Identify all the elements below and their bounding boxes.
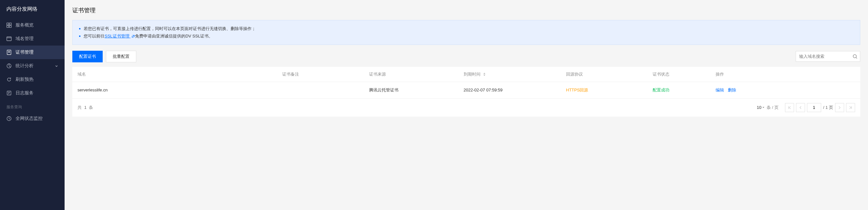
search-icon[interactable] (852, 54, 858, 59)
sidebar-item-label: 统计分析 (16, 63, 34, 69)
cert-table: 域名 证书备注 证书来源 到期时间 回源协议 证书状态 操作 (72, 67, 860, 117)
dashboard-icon (6, 23, 11, 28)
th-action: 操作 (710, 67, 860, 82)
main-content: 证书管理 若您已有证书，可直接上传进行配置，同时可以在本页面对证书进行无缝切换、… (65, 0, 868, 210)
bullet-icon (79, 28, 81, 29)
sidebar-item-domain[interactable]: 域名管理 (0, 32, 65, 46)
monitor-icon (6, 116, 11, 121)
cell-expire: 2022-02-07 07:59:59 (459, 82, 561, 98)
edit-link[interactable]: 编辑 (716, 88, 724, 92)
svg-rect-1 (9, 23, 11, 25)
sidebar-item-monitor[interactable]: 全网状态监控 (0, 112, 65, 125)
pagination-controls: 10 条 / 页 / 1 页 (757, 103, 855, 112)
configure-cert-button[interactable]: 配置证书 (72, 51, 103, 62)
log-icon (6, 90, 11, 96)
pagination: 共 1 条 10 条 / 页 (72, 98, 860, 117)
ssl-manage-link[interactable]: SSL证书管理 (104, 32, 135, 40)
sidebar-item-label: 刷新预热 (16, 77, 34, 82)
cell-remark (277, 82, 364, 98)
certificate-icon (6, 50, 11, 55)
sidebar-item-overview[interactable]: 服务概览 (0, 19, 65, 32)
sidebar-item-refresh[interactable]: 刷新预热 (0, 73, 65, 86)
sidebar-item-analytics[interactable]: 统计分析 (0, 59, 65, 73)
sidebar-title: 内容分发网络 (0, 0, 65, 19)
sidebar-item-label: 全网状态监控 (16, 116, 42, 121)
bullet-icon (79, 35, 81, 37)
sidebar-item-label: 证书管理 (16, 50, 34, 55)
info-text: 若您已有证书，可直接上传进行配置，同时可以在本页面对证书进行无缝切换、删除等操作… (84, 25, 256, 32)
external-link-icon (131, 35, 135, 38)
chevron-down-icon (55, 64, 58, 67)
pagination-total: 共 1 条 (78, 105, 93, 111)
table-header-row: 域名 证书备注 证书来源 到期时间 回源协议 证书状态 操作 (72, 67, 860, 82)
info-text-prefix: 您可以前往 (84, 32, 104, 40)
svg-rect-4 (7, 37, 11, 41)
info-line-2: 您可以前往 SSL证书管理 免费申请由亚洲诚信提供的DV SSL证书。 (79, 32, 854, 40)
chevron-down-icon (762, 106, 765, 109)
sidebar-item-label: 域名管理 (16, 36, 34, 42)
th-domain: 域名 (72, 67, 277, 82)
sort-icon (483, 72, 486, 76)
table-row: serverlesslife.cn 腾讯云托管证书 2022-02-07 07:… (72, 82, 860, 98)
th-status: 证书状态 (647, 67, 710, 82)
search-input[interactable] (796, 51, 860, 62)
search-wrap (796, 51, 860, 62)
chart-icon (6, 63, 11, 68)
page-last-button[interactable] (846, 103, 855, 112)
page-prev-button[interactable] (796, 103, 805, 112)
page-next-button[interactable] (835, 103, 844, 112)
page-first-button[interactable] (785, 103, 794, 112)
toolbar: 配置证书 批量配置 (72, 51, 860, 62)
svg-rect-2 (7, 26, 9, 27)
refresh-icon (6, 77, 11, 82)
info-line-1: 若您已有证书，可直接上传进行配置，同时可以在本页面对证书进行无缝切换、删除等操作… (79, 25, 854, 32)
cell-actions: 编辑 删除 (710, 82, 860, 98)
svg-rect-7 (7, 91, 11, 95)
svg-rect-3 (9, 26, 11, 27)
cell-source: 腾讯云托管证书 (364, 82, 459, 98)
sidebar: 内容分发网络 服务概览 域名管理 证书管理 统计分析 (0, 0, 65, 210)
cell-protocol: HTTPS回源 (561, 82, 647, 98)
info-text-suffix: 免费申请由亚洲诚信提供的DV SSL证书。 (135, 32, 213, 40)
page-total-pages: / 1 页 (823, 105, 833, 111)
page-input[interactable] (807, 103, 821, 112)
th-protocol: 回源协议 (561, 67, 647, 82)
svg-rect-0 (7, 23, 9, 25)
sidebar-section-label: 服务查询 (0, 100, 65, 112)
th-remark: 证书备注 (277, 67, 364, 82)
sidebar-item-label: 服务概览 (16, 22, 34, 28)
info-box: 若您已有证书，可直接上传进行配置，同时可以在本页面对证书进行无缝切换、删除等操作… (72, 20, 860, 45)
th-expire[interactable]: 到期时间 (459, 67, 561, 82)
delete-link[interactable]: 删除 (728, 88, 736, 92)
sidebar-item-logs[interactable]: 日志服务 (0, 86, 65, 100)
batch-config-button[interactable]: 批量配置 (106, 51, 136, 62)
cell-domain: serverlesslife.cn (72, 82, 277, 98)
sidebar-item-label: 日志服务 (16, 90, 34, 96)
svg-point-9 (853, 55, 857, 58)
sidebar-item-certificate[interactable]: 证书管理 (0, 46, 65, 59)
th-source: 证书来源 (364, 67, 459, 82)
page-size-select[interactable]: 10 条 / 页 (757, 105, 779, 111)
globe-icon (6, 36, 11, 41)
cell-status: 配置成功 (647, 82, 710, 98)
page-title: 证书管理 (72, 6, 860, 14)
